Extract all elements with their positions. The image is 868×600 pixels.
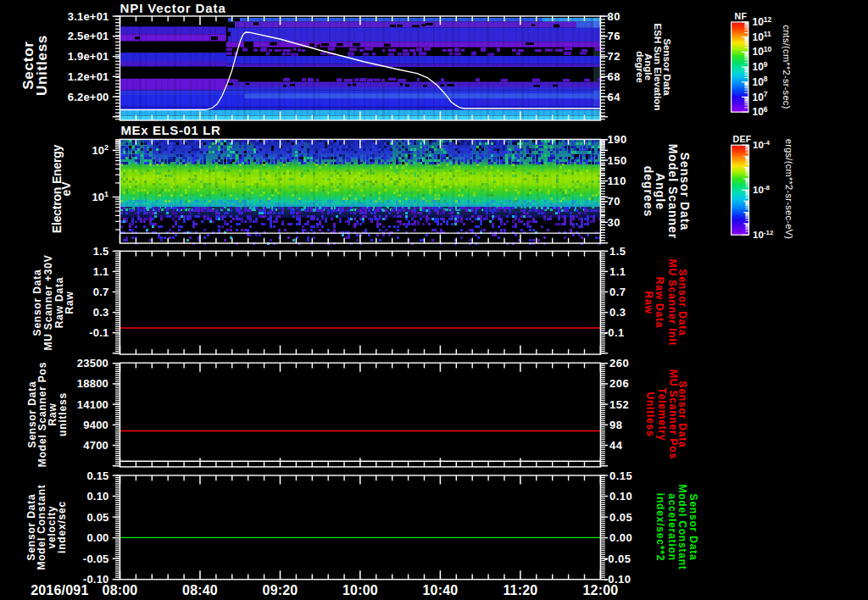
svg-text:-0.05: -0.05: [83, 553, 109, 565]
svg-text:DEF: DEF: [733, 134, 752, 144]
svg-text:152: 152: [609, 398, 629, 411]
svg-text:72: 72: [608, 50, 620, 63]
svg-text:0.15: 0.15: [86, 469, 108, 482]
svg-text:eV: eV: [59, 181, 73, 197]
svg-text:2016/091: 2016/091: [31, 583, 88, 597]
svg-text:1.1: 1.1: [609, 265, 626, 278]
svg-text:Sensor Data: Sensor Data: [687, 494, 699, 561]
svg-text:0.10: 0.10: [86, 490, 108, 503]
svg-text:-0.1: -0.1: [604, 326, 624, 339]
svg-text:30: 30: [608, 216, 620, 229]
svg-text:ergs/(cm**2-sr-sec-eV): ergs/(cm**2-sr-sec-eV): [784, 139, 794, 239]
svg-text:-0.05: -0.05: [604, 553, 631, 565]
svg-text:0.10: 0.10: [609, 490, 632, 503]
svg-text:MU Scanner +30V: MU Scanner +30V: [42, 254, 54, 350]
svg-text:MU Scanner InIt: MU Scanner InIt: [666, 259, 678, 347]
svg-text:09:20: 09:20: [263, 583, 298, 597]
svg-text:unitless: unitless: [57, 392, 69, 436]
svg-text:1.2e+01: 1.2e+01: [68, 70, 109, 83]
svg-text:Raw Data: Raw Data: [654, 277, 665, 328]
svg-text:Raw: Raw: [643, 291, 654, 314]
svg-text:76: 76: [608, 30, 620, 42]
svg-text:98: 98: [609, 419, 622, 431]
svg-text:68: 68: [608, 70, 620, 83]
svg-text:MU Scanner Pos: MU Scanner Pos: [667, 369, 679, 459]
svg-text:Raw: Raw: [64, 291, 75, 314]
svg-text:4700: 4700: [83, 439, 108, 452]
svg-text:23500: 23500: [77, 357, 108, 369]
svg-text:2.5e+01: 2.5e+01: [68, 30, 109, 42]
svg-text:190: 190: [608, 133, 627, 146]
svg-text:0.7: 0.7: [609, 286, 626, 298]
svg-text:degrees: degrees: [642, 166, 655, 218]
svg-text:index/sec**2: index/sec**2: [654, 493, 666, 561]
svg-text:64: 64: [608, 91, 621, 103]
svg-text:150: 150: [608, 154, 627, 167]
svg-text:1.5: 1.5: [609, 245, 626, 258]
svg-text:08:00: 08:00: [103, 583, 138, 597]
svg-text:14100: 14100: [77, 398, 108, 411]
svg-text:70: 70: [608, 195, 620, 208]
svg-text:Unitless: Unitless: [644, 392, 656, 436]
svg-text:NPI Vector Data: NPI Vector Data: [120, 1, 226, 15]
svg-text:11:20: 11:20: [503, 583, 537, 597]
svg-text:1.9e+01: 1.9e+01: [68, 50, 109, 63]
svg-text:9400: 9400: [83, 419, 108, 431]
svg-text:80: 80: [608, 10, 620, 23]
svg-text:0.3: 0.3: [93, 306, 109, 319]
svg-text:0.00: 0.00: [609, 531, 632, 544]
svg-text:110: 110: [608, 175, 626, 187]
svg-text:degree: degree: [635, 51, 645, 83]
svg-text:Telemetry: Telemetry: [656, 387, 668, 441]
svg-text:3.1e+01: 3.1e+01: [68, 10, 109, 23]
svg-text:10:00: 10:00: [342, 583, 378, 597]
svg-text:acceleration: acceleration: [666, 493, 678, 561]
svg-text:1.5: 1.5: [93, 245, 109, 258]
svg-text:-0.1: -0.1: [89, 326, 108, 339]
svg-text:0.00: 0.00: [86, 531, 108, 544]
svg-text:08:40: 08:40: [182, 583, 218, 597]
svg-text:6.2e+00: 6.2e+00: [68, 91, 109, 103]
svg-text:0.05: 0.05: [609, 511, 632, 524]
svg-text:0.3: 0.3: [609, 306, 626, 319]
svg-text:18800: 18800: [77, 377, 108, 390]
svg-text:0.15: 0.15: [609, 469, 632, 482]
svg-text:NF: NF: [735, 11, 748, 21]
svg-text:1.1: 1.1: [93, 265, 109, 278]
svg-text:cnts/(cm**2-sr-sec): cnts/(cm**2-sr-sec): [782, 25, 792, 108]
svg-text:Unitless: Unitless: [34, 35, 50, 96]
svg-text:0.05: 0.05: [86, 511, 108, 524]
svg-text:index/sec: index/sec: [56, 501, 68, 553]
svg-text:12:00: 12:00: [582, 583, 618, 597]
svg-text:206: 206: [609, 377, 629, 390]
svg-text:44: 44: [609, 439, 623, 452]
svg-text:10:40: 10:40: [422, 583, 458, 597]
svg-text:MEx ELS-01 LR: MEx ELS-01 LR: [121, 123, 221, 137]
svg-text:0.7: 0.7: [93, 286, 109, 298]
svg-text:Model Scanner: Model Scanner: [666, 144, 680, 240]
svg-text:260: 260: [609, 357, 629, 369]
